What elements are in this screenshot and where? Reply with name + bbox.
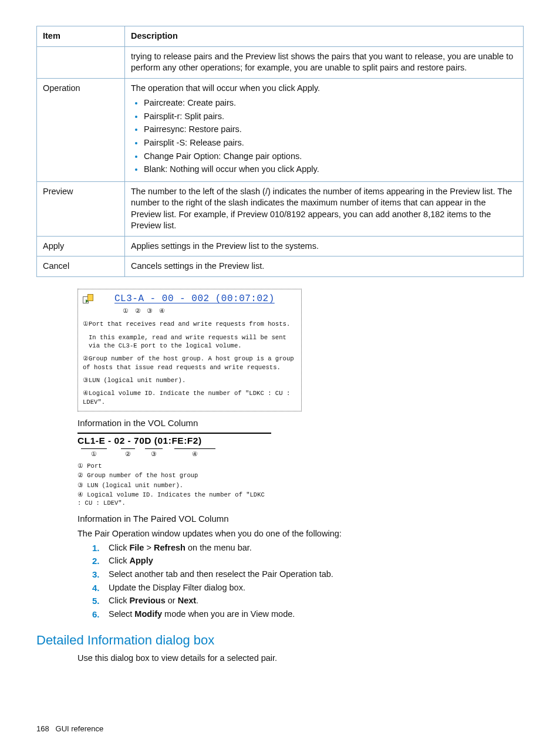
list-item: Paircreate: Create pairs. <box>144 97 517 109</box>
update-steps-list: Click File > Refresh on the menu bar. Cl… <box>36 542 524 620</box>
list-item: Pairsplit-r: Split pairs. <box>144 111 517 123</box>
cell-desc: The number to the left of the slash (/) … <box>125 181 524 236</box>
description-table: Item Description trying to release pairs… <box>36 26 524 277</box>
update-conditions-para: The Pair Operation window updates when y… <box>77 528 524 540</box>
list-item: Select Modify mode when you are in View … <box>92 609 524 620</box>
diagram-markers: ① ② ③ ④ <box>83 307 296 316</box>
text: Click <box>109 596 129 605</box>
marker: ① <box>81 448 107 458</box>
list-item: Click Apply <box>92 555 524 567</box>
list-item: Blank: Nothing will occur when you click… <box>144 164 517 175</box>
cell-desc: Applies settings in the Preview list to … <box>125 236 524 256</box>
marker: ② <box>121 448 135 458</box>
list-item: Select another tab and then reselect the… <box>92 569 524 580</box>
page-footer: 168 GUI reference <box>36 724 103 734</box>
cell-desc: Cancels settings in the Preview list. <box>125 256 524 277</box>
caption-vol-column: Information in the VOL Column <box>77 417 524 429</box>
cell-desc: trying to release pairs and the Preview … <box>125 46 524 78</box>
diagram-note-4: ④Logical volume ID. Indicate the number … <box>83 389 296 406</box>
footer-label: GUI reference <box>56 724 104 733</box>
page-number: 168 <box>36 724 49 733</box>
cell-item: Preview <box>37 181 125 236</box>
vol-column-diagram: CL3-A - 00 - 002 (00:07:02) ① ② ③ ④ ①Por… <box>77 289 302 411</box>
text: Select <box>109 609 134 619</box>
text: Click <box>109 556 129 565</box>
caption-paired-vol-column: Information in The Paired VOL Column <box>77 513 524 525</box>
cell-item: Apply <box>37 236 125 256</box>
text: > <box>144 543 154 552</box>
text: . <box>196 596 198 605</box>
diagram-note-1b: In this example, read and write requests… <box>83 333 296 350</box>
list-item: Pairsplit -S: Release pairs. <box>144 137 517 149</box>
section-title: Detailed Information dialog box <box>36 632 524 649</box>
diagram2-markers: ① ② ③ ④ <box>77 448 271 458</box>
list-item: Click File > Refresh on the menu bar. <box>92 542 524 554</box>
text: mode when you are in View mode. <box>162 609 295 619</box>
page: Item Description trying to release pairs… <box>0 0 560 746</box>
diagram-note-3: ③LUN (logical unit number). <box>83 376 296 384</box>
marker: ④ <box>174 448 215 458</box>
diagram-note-2: ②Group number of the host group. A host … <box>83 355 296 372</box>
diagram2-header: CL1-E - 02 - 70D (01:FE:F2) <box>77 434 271 447</box>
text: Click <box>109 543 129 552</box>
list-item: Pairresync: Restore pairs. <box>144 124 517 136</box>
bold-modify: Modify <box>134 609 162 619</box>
bold-file: File <box>129 543 144 552</box>
diagram2-line: ② Group number of the host group <box>77 471 271 480</box>
text: or <box>166 596 178 605</box>
bold-previous: Previous <box>129 596 165 605</box>
cell-item: Cancel <box>37 256 125 277</box>
bold-apply: Apply <box>129 556 153 565</box>
list-item: Change Pair Option: Change pair options. <box>144 151 517 163</box>
cell-item: Operation <box>37 78 125 181</box>
paired-vol-column-diagram: CL1-E - 02 - 70D (01:FE:F2) ① ② ③ ④ ① Po… <box>77 433 271 507</box>
th-description: Description <box>125 26 524 47</box>
pair-icon <box>83 294 96 305</box>
list-item: Click Previous or Next. <box>92 595 524 607</box>
bold-refresh: Refresh <box>154 543 185 552</box>
diagram-note-1: ①Port that receives read and write reque… <box>83 320 296 328</box>
diagram2-line: ④ Logical volume ID. Indicates the numbe… <box>77 491 271 507</box>
diagram-header: CL3-A - 00 - 002 (00:07:02) <box>98 293 275 306</box>
cell-item <box>37 46 125 78</box>
op-intro: The operation that will occur when you c… <box>131 83 517 94</box>
op-list: Paircreate: Create pairs. Pairsplit-r: S… <box>131 97 517 175</box>
marker: ③ <box>145 448 163 458</box>
section-para: Use this dialog box to view details for … <box>77 653 524 664</box>
diagram2-line: ③ LUN (logical unit number). <box>77 481 271 490</box>
list-item: Update the Display Filter dialog box. <box>92 582 524 594</box>
diagram2-line: ① Port <box>77 462 271 470</box>
th-item: Item <box>37 26 125 47</box>
text: on the menu bar. <box>185 543 252 552</box>
bold-next: Next <box>178 596 196 605</box>
cell-desc: The operation that will occur when you c… <box>125 78 524 181</box>
